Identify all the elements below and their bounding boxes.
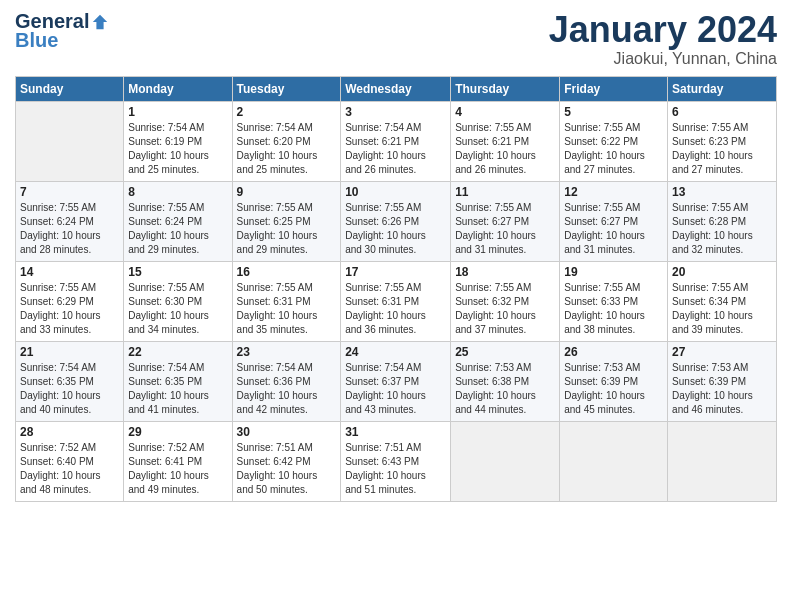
calendar-cell: 30Sunrise: 7:51 AMSunset: 6:42 PMDayligh… [232,421,341,501]
calendar-cell: 19Sunrise: 7:55 AMSunset: 6:33 PMDayligh… [560,261,668,341]
weekday-header-wednesday: Wednesday [341,76,451,101]
calendar-table: SundayMondayTuesdayWednesdayThursdayFrid… [15,76,777,502]
calendar-cell: 22Sunrise: 7:54 AMSunset: 6:35 PMDayligh… [124,341,232,421]
calendar-cell: 26Sunrise: 7:53 AMSunset: 6:39 PMDayligh… [560,341,668,421]
day-detail: Sunrise: 7:55 AMSunset: 6:27 PMDaylight:… [455,201,555,257]
day-detail: Sunrise: 7:55 AMSunset: 6:23 PMDaylight:… [672,121,772,177]
day-detail: Sunrise: 7:55 AMSunset: 6:32 PMDaylight:… [455,281,555,337]
calendar-cell: 24Sunrise: 7:54 AMSunset: 6:37 PMDayligh… [341,341,451,421]
day-detail: Sunrise: 7:54 AMSunset: 6:21 PMDaylight:… [345,121,446,177]
weekday-header-saturday: Saturday [668,76,777,101]
location: Jiaokui, Yunnan, China [549,50,777,68]
calendar-cell: 29Sunrise: 7:52 AMSunset: 6:41 PMDayligh… [124,421,232,501]
day-detail: Sunrise: 7:54 AMSunset: 6:19 PMDaylight:… [128,121,227,177]
day-number: 26 [564,345,663,359]
day-detail: Sunrise: 7:52 AMSunset: 6:40 PMDaylight:… [20,441,119,497]
day-detail: Sunrise: 7:53 AMSunset: 6:39 PMDaylight:… [564,361,663,417]
day-detail: Sunrise: 7:54 AMSunset: 6:36 PMDaylight:… [237,361,337,417]
calendar-cell: 23Sunrise: 7:54 AMSunset: 6:36 PMDayligh… [232,341,341,421]
week-row-1: 1Sunrise: 7:54 AMSunset: 6:19 PMDaylight… [16,101,777,181]
weekday-header-tuesday: Tuesday [232,76,341,101]
day-detail: Sunrise: 7:55 AMSunset: 6:29 PMDaylight:… [20,281,119,337]
day-number: 14 [20,265,119,279]
day-number: 27 [672,345,772,359]
calendar-cell: 14Sunrise: 7:55 AMSunset: 6:29 PMDayligh… [16,261,124,341]
day-number: 23 [237,345,337,359]
logo-icon [91,13,109,31]
day-detail: Sunrise: 7:51 AMSunset: 6:42 PMDaylight:… [237,441,337,497]
day-number: 21 [20,345,119,359]
calendar-cell: 11Sunrise: 7:55 AMSunset: 6:27 PMDayligh… [451,181,560,261]
svg-marker-0 [93,14,107,28]
day-number: 30 [237,425,337,439]
day-number: 15 [128,265,227,279]
calendar-cell: 1Sunrise: 7:54 AMSunset: 6:19 PMDaylight… [124,101,232,181]
day-detail: Sunrise: 7:55 AMSunset: 6:31 PMDaylight:… [345,281,446,337]
day-number: 20 [672,265,772,279]
day-detail: Sunrise: 7:55 AMSunset: 6:21 PMDaylight:… [455,121,555,177]
day-number: 3 [345,105,446,119]
calendar-cell: 6Sunrise: 7:55 AMSunset: 6:23 PMDaylight… [668,101,777,181]
day-number: 19 [564,265,663,279]
day-number: 12 [564,185,663,199]
calendar-cell: 13Sunrise: 7:55 AMSunset: 6:28 PMDayligh… [668,181,777,261]
calendar-cell: 18Sunrise: 7:55 AMSunset: 6:32 PMDayligh… [451,261,560,341]
calendar-cell: 10Sunrise: 7:55 AMSunset: 6:26 PMDayligh… [341,181,451,261]
day-detail: Sunrise: 7:55 AMSunset: 6:27 PMDaylight:… [564,201,663,257]
calendar-cell [668,421,777,501]
day-number: 31 [345,425,446,439]
day-number: 17 [345,265,446,279]
day-number: 2 [237,105,337,119]
day-detail: Sunrise: 7:54 AMSunset: 6:35 PMDaylight:… [20,361,119,417]
calendar-cell: 16Sunrise: 7:55 AMSunset: 6:31 PMDayligh… [232,261,341,341]
day-detail: Sunrise: 7:55 AMSunset: 6:24 PMDaylight:… [20,201,119,257]
day-number: 10 [345,185,446,199]
calendar-cell: 8Sunrise: 7:55 AMSunset: 6:24 PMDaylight… [124,181,232,261]
day-detail: Sunrise: 7:51 AMSunset: 6:43 PMDaylight:… [345,441,446,497]
day-detail: Sunrise: 7:55 AMSunset: 6:34 PMDaylight:… [672,281,772,337]
weekday-header-friday: Friday [560,76,668,101]
day-number: 6 [672,105,772,119]
weekday-header-thursday: Thursday [451,76,560,101]
day-number: 25 [455,345,555,359]
calendar-cell: 15Sunrise: 7:55 AMSunset: 6:30 PMDayligh… [124,261,232,341]
day-number: 29 [128,425,227,439]
day-detail: Sunrise: 7:55 AMSunset: 6:25 PMDaylight:… [237,201,337,257]
calendar-cell: 20Sunrise: 7:55 AMSunset: 6:34 PMDayligh… [668,261,777,341]
logo: General Blue [15,10,109,52]
day-detail: Sunrise: 7:55 AMSunset: 6:28 PMDaylight:… [672,201,772,257]
title-block: January 2024 Jiaokui, Yunnan, China [549,10,777,68]
calendar-cell: 12Sunrise: 7:55 AMSunset: 6:27 PMDayligh… [560,181,668,261]
day-number: 8 [128,185,227,199]
day-detail: Sunrise: 7:55 AMSunset: 6:31 PMDaylight:… [237,281,337,337]
day-number: 4 [455,105,555,119]
day-detail: Sunrise: 7:55 AMSunset: 6:24 PMDaylight:… [128,201,227,257]
day-detail: Sunrise: 7:54 AMSunset: 6:37 PMDaylight:… [345,361,446,417]
week-row-5: 28Sunrise: 7:52 AMSunset: 6:40 PMDayligh… [16,421,777,501]
day-detail: Sunrise: 7:53 AMSunset: 6:39 PMDaylight:… [672,361,772,417]
calendar-cell: 3Sunrise: 7:54 AMSunset: 6:21 PMDaylight… [341,101,451,181]
day-number: 16 [237,265,337,279]
calendar-cell [16,101,124,181]
week-row-4: 21Sunrise: 7:54 AMSunset: 6:35 PMDayligh… [16,341,777,421]
calendar-cell: 7Sunrise: 7:55 AMSunset: 6:24 PMDaylight… [16,181,124,261]
weekday-header-sunday: Sunday [16,76,124,101]
calendar-cell [560,421,668,501]
calendar-cell [451,421,560,501]
calendar-header: General Blue January 2024 Jiaokui, Yunna… [15,10,777,68]
week-row-3: 14Sunrise: 7:55 AMSunset: 6:29 PMDayligh… [16,261,777,341]
month-title: January 2024 [549,10,777,50]
day-number: 18 [455,265,555,279]
calendar-container: General Blue January 2024 Jiaokui, Yunna… [0,0,792,612]
calendar-cell: 21Sunrise: 7:54 AMSunset: 6:35 PMDayligh… [16,341,124,421]
calendar-cell: 25Sunrise: 7:53 AMSunset: 6:38 PMDayligh… [451,341,560,421]
calendar-cell: 31Sunrise: 7:51 AMSunset: 6:43 PMDayligh… [341,421,451,501]
day-detail: Sunrise: 7:54 AMSunset: 6:35 PMDaylight:… [128,361,227,417]
calendar-cell: 4Sunrise: 7:55 AMSunset: 6:21 PMDaylight… [451,101,560,181]
calendar-cell: 2Sunrise: 7:54 AMSunset: 6:20 PMDaylight… [232,101,341,181]
day-detail: Sunrise: 7:55 AMSunset: 6:26 PMDaylight:… [345,201,446,257]
weekday-header-monday: Monday [124,76,232,101]
day-detail: Sunrise: 7:52 AMSunset: 6:41 PMDaylight:… [128,441,227,497]
day-detail: Sunrise: 7:53 AMSunset: 6:38 PMDaylight:… [455,361,555,417]
logo-blue-text: Blue [15,29,58,52]
